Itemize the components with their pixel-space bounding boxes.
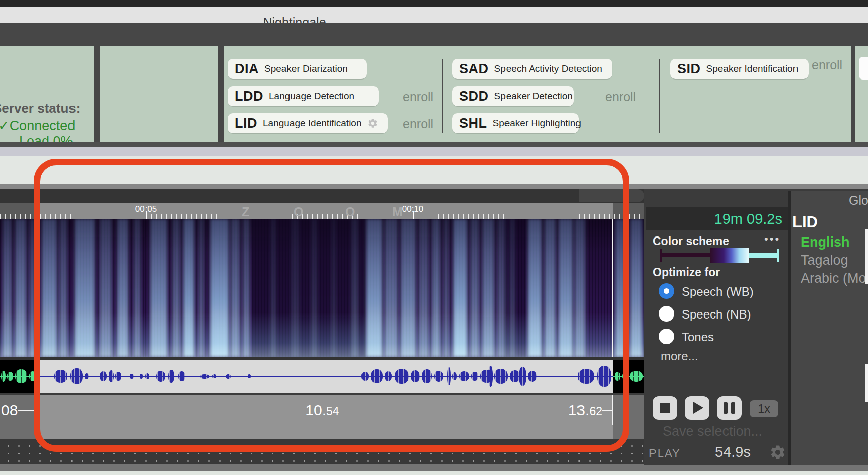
- waveform-burst: [140, 374, 143, 379]
- pause-button[interactable]: [717, 396, 742, 420]
- plugin-shl-button[interactable]: SHL Speaker Highlighting: [452, 113, 579, 133]
- waveform-burst: [248, 374, 251, 378]
- workspace-header-pill: [579, 189, 644, 202]
- lid-result-tagalog[interactable]: Tagalog: [801, 253, 848, 268]
- results-panel: [791, 191, 868, 465]
- selection-end-marker[interactable]: [612, 395, 613, 425]
- gradient-slider-right-line: [749, 253, 778, 258]
- plugin-sdd-button[interactable]: SDD Speaker Detection: [452, 86, 574, 106]
- waveform-burst: [494, 369, 508, 384]
- selection-left-cut-label: 08: [1, 402, 18, 419]
- waveform-burst: [452, 372, 457, 380]
- timeline-label-0005: 00:05: [135, 204, 157, 214]
- color-scheme-label: Color scheme: [653, 234, 729, 248]
- scrollbar-sliver-top[interactable]: [865, 229, 868, 284]
- radio-speech-wb[interactable]: [659, 283, 674, 299]
- dotted-footer-strip: [0, 439, 644, 464]
- selection-left-cut-value: 08: [1, 402, 18, 418]
- waveform-burst: [622, 373, 627, 380]
- bottom-light-strip: [0, 471, 868, 475]
- stop-button[interactable]: [653, 396, 677, 420]
- waveform-burst: [200, 374, 209, 379]
- play-button[interactable]: [685, 396, 709, 420]
- server-status-connected: ✓Connected: [0, 118, 75, 134]
- waveform-burst: [85, 373, 89, 379]
- plugin-lid-name: Language Identification: [263, 118, 362, 129]
- waveform-burst: [434, 371, 443, 382]
- waveform-burst: [395, 369, 409, 384]
- lid-enroll-link[interactable]: enroll: [403, 117, 433, 131]
- plugins-divider-2: [659, 59, 660, 133]
- plugin-ldd-abbr: LDD: [235, 89, 263, 104]
- plugin-ldd-button[interactable]: LDD Language Detection: [228, 86, 379, 106]
- waveform-burst: [510, 370, 520, 382]
- spectrogram[interactable]: [0, 219, 644, 357]
- gradient-slider-bar[interactable]: [710, 248, 749, 263]
- radio-speech-nb-label[interactable]: Speech (NB): [682, 307, 751, 322]
- lid-result-arabic[interactable]: Arabic (Mode: [801, 271, 868, 286]
- color-scheme-more-icon[interactable]: •••: [764, 232, 780, 246]
- lid-result-english[interactable]: English: [801, 234, 850, 250]
- window-titlebar: Nightingale: [0, 7, 868, 23]
- scrollbar-sliver-bottom[interactable]: [865, 364, 868, 402]
- plugin-sad-name: Speech Activity Detection: [494, 63, 602, 74]
- waveform-burst: [115, 372, 121, 381]
- plugin-shl-abbr: SHL: [459, 116, 487, 131]
- selection-end-playline: [612, 219, 613, 357]
- timeline-label-0010: 00:10: [402, 204, 424, 214]
- radio-tones-label[interactable]: Tones: [682, 330, 714, 344]
- selection-right-leader-line: [602, 410, 612, 411]
- workflows-panel: +: [100, 46, 218, 142]
- file-path-bar: 09/Music/Nixon_resign_8k.wav: [0, 156, 868, 184]
- sdd-enroll-link[interactable]: enroll: [605, 90, 636, 104]
- playback-settings-gear-icon[interactable]: [769, 444, 786, 461]
- waveform-burst: [226, 374, 231, 379]
- optimize-for-label: Optimize for: [653, 266, 720, 279]
- selection-start-playline: [39, 219, 40, 357]
- lid-settings-gear-icon[interactable]: [367, 118, 378, 129]
- selection-end-frac: 62: [589, 405, 602, 418]
- save-selection-button[interactable]: Save selection...: [663, 424, 762, 439]
- waveform-burst: [54, 370, 67, 383]
- timeline-ticks: [0, 214, 644, 219]
- radio-speech-nb[interactable]: [659, 306, 674, 322]
- waveform-burst: [371, 369, 383, 383]
- waveform-burst: [7, 372, 13, 381]
- waveform-burst: [411, 370, 420, 382]
- spectrogram-low-freq-glow: [0, 219, 644, 357]
- waveform-burst: [630, 371, 643, 382]
- plugin-dia-name: Speaker Diarization: [264, 63, 348, 74]
- waveform-burst: [156, 371, 165, 382]
- playback-speed-button[interactable]: 1x: [750, 400, 778, 417]
- plugin-sdd-abbr: SDD: [459, 89, 489, 104]
- gradient-slider-right-cap[interactable]: [777, 249, 779, 262]
- evaluate-panel-button[interactable]: [859, 57, 868, 80]
- plugin-sad-button[interactable]: SAD Speech Activity Detection: [452, 59, 612, 79]
- plugin-lid-button[interactable]: LID Language Identification: [228, 113, 388, 133]
- global-toggle-label[interactable]: Glo: [849, 193, 868, 208]
- workspace-header: [0, 189, 644, 203]
- selection-start-time: 10.54: [282, 402, 363, 419]
- plugin-lid-abbr: LID: [235, 116, 257, 131]
- radio-speech-wb-label[interactable]: Speech (WB): [682, 285, 754, 299]
- tab-bar: LIVE Workflows Plugins E: [0, 23, 868, 46]
- play-elapsed-time: 54.9s: [715, 444, 751, 460]
- plugin-sid-button[interactable]: SID Speaker Identification: [670, 59, 809, 79]
- more-options-link[interactable]: more...: [661, 349, 698, 363]
- selection-left-leader-line: [18, 410, 39, 411]
- plugin-dia-button[interactable]: DIA Speaker Diarization: [228, 59, 367, 79]
- waveform-burst: [519, 367, 526, 386]
- separator-strip: [0, 184, 868, 189]
- sid-enroll-link[interactable]: enroll: [812, 58, 842, 72]
- app-window: Nightingale LIVE Workflows Plugins E Ser…: [0, 0, 868, 475]
- radio-tones[interactable]: [659, 329, 674, 344]
- ldd-enroll-link[interactable]: enroll: [403, 90, 433, 104]
- plugin-shl-name: Speaker Highlighting: [493, 118, 581, 129]
- plugin-sdd-name: Speaker Detection: [494, 91, 573, 102]
- zoom-ghost-letter-o1: O: [294, 205, 303, 219]
- selection-start-frac: 54: [326, 405, 339, 418]
- zoom-ghost-letter-z: Z: [242, 205, 249, 219]
- selection-start-marker[interactable]: [39, 395, 40, 425]
- waveform-burst: [578, 369, 594, 384]
- waveform-burst: [528, 371, 537, 382]
